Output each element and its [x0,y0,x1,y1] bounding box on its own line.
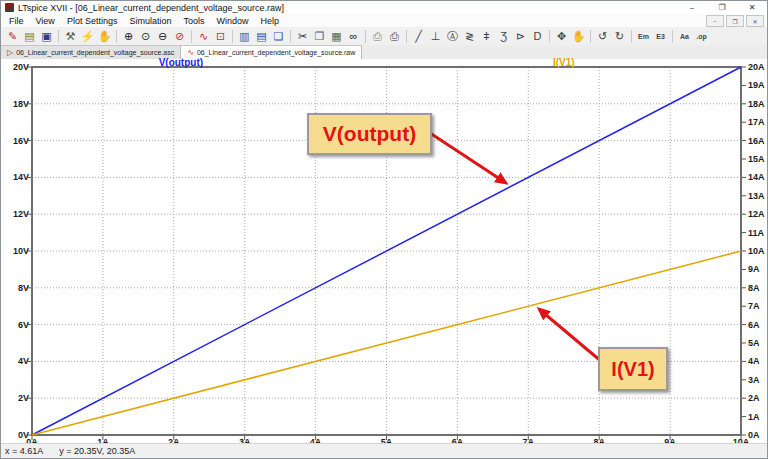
left-axis-tick-label: 20V [1,63,29,72]
right-axis-tick-label: 1A [748,413,768,422]
right-axis-tick-label: 17A [748,118,768,127]
menu-simulation[interactable]: Simulation [123,16,177,26]
window-title: LTspice XVII - [06_Linear_current_depend… [18,3,284,13]
mdi-restore-button[interactable]: ❐ [726,15,744,27]
resistor-icon[interactable]: ≷ [461,28,478,44]
right-axis-tick-label: 20A [748,63,768,72]
cursor-x-readout: x = 4.61A [5,446,43,456]
close-button[interactable]: ✕ [737,1,767,14]
menu-window[interactable]: Window [210,16,254,26]
right-axis-tick-label: 15A [748,155,768,164]
component-icon[interactable]: D [529,28,546,44]
right-axis-tick-label: 12A [748,210,768,219]
toolbar-separator [58,30,59,43]
left-axis-tick-label: 8V [1,284,29,293]
tile-vertically-icon[interactable]: ▥ [236,28,253,44]
tab-06-linear-current-dependent-voltage-source-asc[interactable]: ▷06_Linear_current_dependent_voltage_sou… [1,45,181,59]
trace-label-v-output[interactable]: V(output) [159,58,203,68]
right-axis-tick-label: 4A [748,357,768,366]
mdi-minimize-button[interactable]: – [706,15,724,27]
tile-horizontally-icon[interactable]: ▤ [253,28,270,44]
undo-icon[interactable]: ↺ [594,28,611,44]
mdi-close-button[interactable]: ✕ [746,15,764,27]
add-text-icon[interactable]: Aa [676,28,693,44]
net-label-icon[interactable]: Ⓐ [444,28,461,44]
toolbar-separator [549,30,550,43]
toolbar-separator [191,30,192,43]
left-axis-tick-label: 12V [1,210,29,219]
toolbar-separator [232,30,233,43]
cursor-y-readout: y = 20.35V, 20.35A [59,446,135,456]
right-axis-tick-label: 10A [748,247,768,256]
waveform-plot: 20V18V16V14V12V10V8V6V4V2V0V20A19A18A17A… [1,59,768,446]
menu-help[interactable]: Help [254,16,285,26]
inductor-icon[interactable]: Ʒ [495,28,512,44]
print-preview-icon[interactable]: ⎙ [369,28,386,44]
menu-plot-settings[interactable]: Plot Settings [61,16,124,26]
zoom-full-extents-icon[interactable]: ⊙ [137,28,154,44]
zoom-out-icon[interactable]: ⊖ [154,28,171,44]
drag-icon[interactable]: ✋ [570,28,587,44]
undo-zoom-icon[interactable]: ⊘ [171,28,188,44]
halt-icon[interactable]: ✋ [96,28,113,44]
open-file-icon[interactable]: ▤ [21,28,38,44]
right-axis-tick-label: 2A [748,394,768,403]
toolbar-separator [406,30,407,43]
restore-button[interactable]: ❐ [707,1,737,14]
left-axis-tick-label: 10V [1,247,29,256]
copy-icon[interactable]: ❐ [311,28,328,44]
paste-icon[interactable]: ▦ [328,28,345,44]
run-icon[interactable]: ⚡ [79,28,96,44]
trace-label-i-v1[interactable]: I(V1) [553,58,575,68]
tab-label: 06_Linear_current_dependent_voltage_sour… [197,49,355,56]
right-axis-tick-label: 8A [748,284,768,293]
print-icon[interactable]: ⎙ [386,28,403,44]
toolbar-separator [290,30,291,43]
app-icon [5,3,14,12]
right-axis-tick-label: 5A [748,339,768,348]
new-schematic-icon[interactable]: ✎ [4,28,21,44]
save-icon[interactable]: ▣ [38,28,55,44]
draw-wire-icon[interactable]: ╱ [410,28,427,44]
zoom-in-icon[interactable]: ⊕ [120,28,137,44]
right-axis-tick-label: 9A [748,265,768,274]
cascade-windows-icon[interactable]: ❏ [270,28,287,44]
move-icon[interactable]: ✥ [553,28,570,44]
autorange-plot-icon[interactable]: ∿ [195,28,212,44]
toolbar-separator [116,30,117,43]
rotate-icon[interactable]: E3 [652,28,669,44]
right-axis-tick-label: 16A [748,137,768,146]
control-panel-icon[interactable]: ⚒ [62,28,79,44]
diode-icon[interactable]: ⊳ [512,28,529,44]
right-axis-tick-label: 13A [748,192,768,201]
minimize-button[interactable]: – [677,1,707,14]
spice-directive-icon[interactable]: .op [693,28,710,44]
toolbar-separator [590,30,591,43]
redo-icon[interactable]: ↻ [611,28,628,44]
menu-view[interactable]: View [30,16,61,26]
callout-iv1: I(V1) [598,347,668,391]
trace-i-v1 [32,251,741,435]
right-axis-tick-label: 11A [748,229,768,238]
left-axis-tick-label: 18V [1,100,29,109]
right-axis-tick-label: 3A [748,376,768,385]
waveform-icon: ∿ [187,49,194,57]
plot-settings-icon[interactable]: ⊡ [212,28,229,44]
menu-bar: FileViewPlot SettingsSimulationToolsWind… [1,14,767,28]
window-controls: –❐✕ [677,1,767,14]
find-icon[interactable]: ∞ [345,28,362,44]
menu-tools[interactable]: Tools [177,16,210,26]
right-axis-tick-label: 6A [748,321,768,330]
cut-icon[interactable]: ✂ [294,28,311,44]
tab-06-linear-current-dependent-voltage-source-raw[interactable]: ∿06_Linear_current_dependent_voltage_sou… [181,45,362,59]
toolbar-separator [672,30,673,43]
tab-label: 06_Linear_current_dependent_voltage_sour… [16,49,174,56]
toolbar-separator [365,30,366,43]
menu-file[interactable]: File [3,16,30,26]
mirror-icon[interactable]: Em [635,28,652,44]
ground-icon[interactable]: ⊥ [427,28,444,44]
capacitor-icon[interactable]: ǂ [478,28,495,44]
right-axis-tick-label: 19A [748,81,768,90]
right-axis-tick-label: 18A [748,100,768,109]
callout-voutput: V(output) [307,113,432,155]
